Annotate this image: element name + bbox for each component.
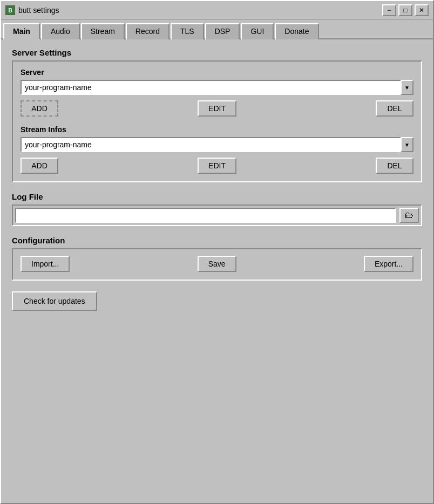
log-file-section: Log File 🗁: [12, 192, 422, 226]
server-settings-label: Server Settings: [12, 48, 422, 57]
stream-infos-dropdown-row: ▼: [21, 137, 413, 152]
server-add-button[interactable]: ADD: [21, 100, 58, 117]
tab-record[interactable]: Record: [126, 23, 169, 39]
check-updates-button[interactable]: Check for updates: [12, 291, 97, 311]
app-icon: B: [5, 5, 15, 15]
log-file-input[interactable]: [15, 208, 396, 223]
server-label: Server: [21, 68, 413, 77]
tab-donate[interactable]: Donate: [275, 23, 318, 39]
tab-bar: Main Audio Stream Record TLS DSP GUI Don…: [1, 20, 433, 39]
configuration-section: Configuration Import... Save Export...: [12, 236, 422, 281]
tab-dsp[interactable]: DSP: [205, 23, 240, 39]
server-edit-button[interactable]: EDIT: [198, 100, 236, 117]
server-dropdown-row: ▼: [21, 80, 413, 95]
server-dropdown-wrapper: ▼: [21, 80, 413, 95]
main-window: B butt settings − □ ✕ Main Audio Stream …: [0, 0, 434, 504]
stream-del-button[interactable]: DEL: [376, 158, 413, 174]
configuration-label: Configuration: [12, 236, 422, 245]
server-dropdown[interactable]: [21, 80, 413, 95]
stream-edit-button[interactable]: EDIT: [198, 158, 236, 174]
log-file-label: Log File: [12, 192, 422, 201]
main-content: Server Settings Server ▼ ADD EDIT DEL St…: [1, 39, 433, 503]
save-button[interactable]: Save: [198, 256, 236, 272]
server-buttons: ADD EDIT DEL: [21, 100, 413, 117]
stream-infos-dropdown[interactable]: [21, 137, 413, 152]
server-del-button[interactable]: DEL: [376, 100, 413, 117]
stream-add-button[interactable]: ADD: [21, 158, 58, 174]
stream-infos-buttons: ADD EDIT DEL: [21, 158, 413, 174]
stream-infos-dropdown-wrapper: ▼: [21, 137, 413, 152]
tab-stream[interactable]: Stream: [81, 23, 125, 39]
log-file-folder-button[interactable]: 🗁: [399, 208, 419, 223]
configuration-group: Import... Save Export...: [12, 248, 422, 281]
window-controls: − □ ✕: [382, 4, 429, 16]
stream-infos-label: Stream Infos: [21, 125, 413, 134]
server-dropdown-arrow[interactable]: ▼: [401, 80, 413, 95]
stream-infos-dropdown-arrow[interactable]: ▼: [401, 137, 413, 152]
tab-audio[interactable]: Audio: [41, 23, 80, 39]
maximize-button[interactable]: □: [398, 4, 412, 16]
folder-icon: 🗁: [405, 210, 413, 220]
tab-tls[interactable]: TLS: [171, 23, 204, 39]
window-title: butt settings: [18, 6, 382, 15]
log-file-row: 🗁: [12, 205, 422, 226]
tab-gui[interactable]: GUI: [241, 23, 274, 39]
export-button[interactable]: Export...: [364, 256, 413, 272]
title-bar: B butt settings − □ ✕: [1, 1, 433, 20]
tab-main[interactable]: Main: [3, 23, 40, 39]
server-settings-group: Server ▼ ADD EDIT DEL Stream Infos: [12, 60, 422, 182]
import-button[interactable]: Import...: [21, 256, 70, 272]
close-button[interactable]: ✕: [415, 4, 429, 16]
minimize-button[interactable]: −: [382, 4, 396, 16]
configuration-buttons: Import... Save Export...: [21, 256, 413, 272]
